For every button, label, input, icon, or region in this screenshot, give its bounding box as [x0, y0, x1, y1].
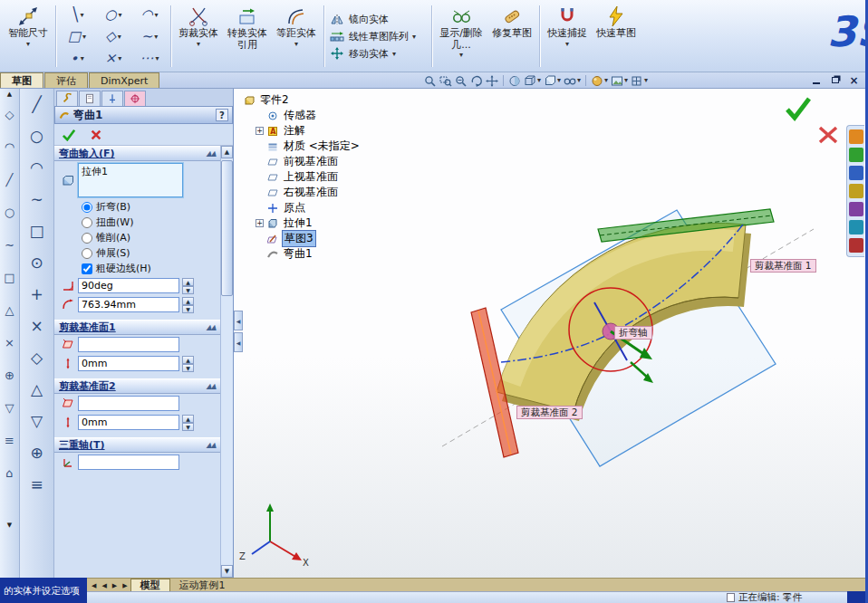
linear-sketch-pattern-button[interactable]: 线性草图阵列 ▾	[329, 29, 429, 43]
left-toolbar-button[interactable]: ⌂	[5, 456, 13, 489]
angle-input[interactable]	[78, 278, 179, 293]
arc-tool-button[interactable]: ◠▾	[131, 4, 168, 25]
collapse-chevron-icon[interactable]: ▲▲	[207, 441, 216, 449]
appearances-scenes-icon[interactable]	[849, 220, 863, 234]
zoom-area-button[interactable]	[439, 75, 452, 87]
sketch-tool-button[interactable]: ◇	[24, 346, 50, 369]
option-twisting[interactable]: 扭曲(W)	[54, 215, 220, 230]
move-entities-button[interactable]: 移动实体 ▾	[329, 46, 429, 61]
left-toolbar-button[interactable]: ∼	[5, 228, 14, 261]
scroll-down-icon[interactable]: ▼	[7, 522, 12, 529]
collapse-chevron-icon[interactable]: ▲▲	[207, 323, 216, 331]
window-resize-grip[interactable]	[847, 591, 865, 603]
dropdown-arrow-icon[interactable]: ▾	[81, 11, 84, 19]
hide-show-items-button[interactable]: ▾	[564, 75, 581, 87]
dropdown-arrow-icon[interactable]: ▾	[577, 77, 581, 84]
tree-item-top-plane[interactable]: 上视基准面	[243, 169, 415, 185]
left-toolbar-button[interactable]: ≡	[5, 424, 14, 456]
option-bending[interactable]: 折弯(B)	[54, 199, 220, 215]
tree-item-sketch3[interactable]: 草图3	[243, 231, 415, 246]
tree-item-origin[interactable]: 原点	[243, 200, 415, 215]
repair-sketch-button[interactable]: 修复草图	[487, 2, 536, 71]
trim-plane-1-header[interactable]: 剪裁基准面1 ▲▲	[54, 320, 220, 335]
dropdown-arrow-icon[interactable]: ▾	[392, 51, 396, 58]
tree-item-annotations[interactable]: + A 注解	[243, 123, 415, 139]
triad-header[interactable]: 三重轴(T) ▲▲	[54, 437, 220, 453]
quick-snaps-button[interactable]: 快速捕捉 ▾	[543, 2, 592, 71]
cancel-button[interactable]	[89, 129, 103, 141]
dropdown-arrow-icon[interactable]: ▾	[155, 11, 159, 19]
selected-body-item[interactable]: 拉伸1	[82, 165, 179, 178]
sketch-tool-button[interactable]: ≡	[24, 473, 50, 496]
sketch-tool-button[interactable]: ○	[24, 124, 50, 148]
dropdown-arrow-icon[interactable]: ▾	[537, 77, 541, 84]
circle-tool-button[interactable]: ○▾	[95, 4, 131, 25]
dropdown-arrow-icon[interactable]: ▾	[154, 33, 158, 41]
motion-study-tab[interactable]: 运动算例1	[170, 579, 235, 591]
scroll-up-icon[interactable]: ▲	[7, 91, 12, 98]
rectangle-tool-button[interactable]: □▾	[59, 25, 95, 47]
trim-plane-2-reference-input[interactable]	[78, 396, 179, 411]
dropdown-arrow-icon[interactable]: ▾	[82, 33, 86, 41]
minimize-button[interactable]	[808, 74, 824, 86]
zoom-in-out-button[interactable]	[455, 75, 468, 87]
section-view-button[interactable]	[508, 75, 521, 87]
feature-manager-tab[interactable]	[56, 91, 78, 106]
sketch-tool-button[interactable]: △	[24, 378, 50, 401]
line-tool-button[interactable]: ╲▾	[59, 4, 95, 25]
erase-tool-button[interactable]: ×▾	[95, 47, 131, 69]
display-delete-relations-button[interactable]: 显示/删除几... ▾	[435, 2, 487, 71]
help-button[interactable]: ?	[216, 109, 228, 121]
zoom-fit-button[interactable]	[424, 75, 437, 87]
tree-item-flex1[interactable]: 弯曲1	[243, 246, 415, 262]
dropdown-arrow-icon[interactable]: ▾	[459, 52, 463, 59]
tree-item-right-plane[interactable]: 右视基准面	[243, 185, 415, 200]
collapse-chevron-icon[interactable]: ▲▲	[207, 149, 216, 158]
dropdown-arrow-icon[interactable]: ▾	[294, 41, 298, 48]
more-entities-button[interactable]: ⋯▾	[131, 47, 168, 69]
bend-axis-callout[interactable]: 折弯轴	[614, 326, 652, 340]
tree-item-sensors[interactable]: 传感器	[243, 108, 415, 123]
dropdown-arrow-icon[interactable]: ▾	[81, 54, 84, 62]
triad-reference-input[interactable]	[78, 455, 179, 470]
trim-plane-1-callout[interactable]: 剪裁基准面 1	[750, 259, 816, 273]
first-tab-button[interactable]: ◀	[89, 579, 99, 591]
tab-evaluate[interactable]: 评估	[44, 72, 88, 88]
view-palette-icon[interactable]	[849, 202, 863, 216]
flex-input-header[interactable]: 弯曲输入(F) ▲▲	[54, 146, 220, 161]
close-button[interactable]: ×	[846, 74, 862, 86]
hard-edges-checkbox[interactable]	[82, 263, 92, 274]
dropdown-arrow-icon[interactable]: ▾	[557, 77, 561, 84]
left-toolbar-button[interactable]: □	[4, 261, 14, 293]
sketch-tool-button[interactable]: ∼	[24, 187, 50, 211]
graphics-viewport[interactable]: X Z 零件2 传感器 + A 注解	[234, 89, 865, 578]
sketch-tool-button[interactable]: ◠	[24, 156, 50, 179]
tab-dimxpert[interactable]: DimXpert	[89, 72, 159, 88]
dropdown-arrow-icon[interactable]: ▾	[118, 33, 121, 41]
ok-button[interactable]	[62, 129, 76, 141]
spline-tool-button[interactable]: ∼▾	[131, 25, 168, 47]
confirm-cancel-corner[interactable]	[817, 125, 839, 148]
file-explorer-icon[interactable]	[849, 166, 863, 180]
pan-button[interactable]	[486, 75, 498, 87]
left-toolbar-button[interactable]: ╱	[6, 163, 14, 196]
view-orientation-button[interactable]: ▾	[524, 75, 541, 87]
dropdown-arrow-icon[interactable]: ▾	[624, 77, 628, 84]
polygon-tool-button[interactable]: ◇▾	[95, 25, 131, 47]
tree-item-material[interactable]: 材质 <未指定>	[243, 139, 415, 154]
point-tool-button[interactable]: ∙▾	[59, 47, 95, 69]
trim-plane-2-distance-input[interactable]	[78, 415, 179, 430]
left-toolbar-button[interactable]: ◇	[5, 98, 14, 130]
dropdown-arrow-icon[interactable]: ▾	[644, 77, 648, 84]
left-toolbar-button[interactable]: ○	[5, 196, 14, 228]
previous-tab-button[interactable]: ◀	[99, 579, 109, 591]
tree-item-front-plane[interactable]: 前视基准面	[243, 154, 415, 169]
dropdown-arrow-icon[interactable]: ▾	[119, 11, 122, 19]
last-tab-button[interactable]: ▶	[120, 579, 130, 591]
dropdown-arrow-icon[interactable]: ▾	[412, 34, 416, 41]
design-library-icon[interactable]	[849, 148, 863, 162]
tree-item-part[interactable]: 零件2	[243, 92, 415, 108]
model-tab[interactable]: 模型	[130, 579, 170, 591]
property-manager-tab[interactable]	[79, 91, 101, 106]
twisting-radio[interactable]	[82, 217, 92, 228]
